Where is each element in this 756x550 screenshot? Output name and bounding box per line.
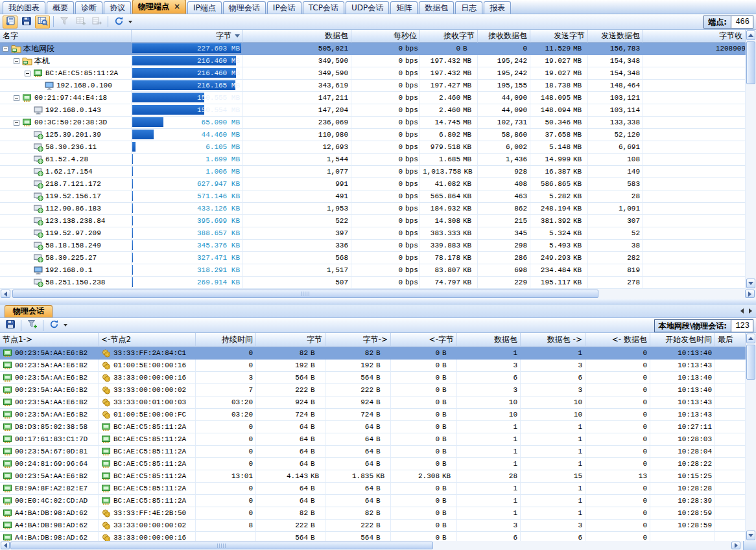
endpoint-row[interactable]: 本地网段227.693 MB505,0210bps0B011.529MB156,… <box>0 43 746 55</box>
scroll-thumb[interactable] <box>746 41 755 84</box>
tab-日志[interactable]: 日志 <box>455 1 482 14</box>
tab-矩阵[interactable]: 矩阵 <box>390 1 418 14</box>
close-tab-icon[interactable]: × <box>174 2 180 11</box>
scroll-down-button[interactable] <box>746 279 755 288</box>
endpoint-row[interactable]: 123.138.238.84395.699 KB5220bps14.308KB2… <box>0 215 746 227</box>
tree-collapse-button[interactable] <box>14 58 19 64</box>
session-row[interactable]: 00:23:5A:AA:E6:B233:33:00:00:00:027222B2… <box>0 384 746 396</box>
endpoint-row[interactable]: 58.30.225.27327.471 KB5680bps78.178KB286… <box>0 252 746 264</box>
endpoint-row[interactable]: 58.18.158.249345.376 KB3360bps339.883KB2… <box>0 240 746 252</box>
tab-诊断[interactable]: 诊断 <box>75 1 102 14</box>
column-header-持续时间[interactable]: 持续时间 <box>196 333 256 347</box>
pane-splitter[interactable] <box>0 299 756 304</box>
tab-数据包[interactable]: 数据包 <box>419 1 454 14</box>
dropdown-caret-icon[interactable] <box>64 324 67 327</box>
endpoint-row[interactable]: 192.168.0.100216.165 MB343,6190bps197.42… <box>0 80 746 92</box>
session-row[interactable]: 00:23:5A:AA:E6:B201:00:5E:00:00:FC03:207… <box>0 409 746 421</box>
column-header-数据包[interactable]: 数据包 <box>457 333 521 347</box>
endpoint-row[interactable]: BC:AE:C5:85:11:2A216.460 MB349,5900bps19… <box>0 67 746 80</box>
session-row[interactable]: 00:23:5A:AA:E6:B233:33:00:01:00:0303:209… <box>0 396 746 409</box>
column-header-每秒位[interactable]: 每秒位 <box>351 30 420 43</box>
sessions-horizontal-scrollbar[interactable] <box>0 541 756 550</box>
column-header-接收数据包[interactable]: 接收数据包 <box>478 30 530 43</box>
column-header-<-字节[interactable]: <-字节 <box>391 333 457 347</box>
session-row[interactable]: 00:23:5A:67:0D:81BC:AE:C5:85:11:2A064B64… <box>0 446 746 458</box>
export-book-button[interactable] <box>3 16 18 29</box>
session-row[interactable]: 00:17:61:83:C1:7DBC:AE:C5:85:11:2A064B64… <box>0 433 746 446</box>
session-row[interactable]: 00:23:5A:AA:E6:B233:33:FF:2A:84:C1082B82… <box>0 347 746 360</box>
endpoint-row[interactable]: 119.52.156.17571.146 KB4910bps565.864KB4… <box>0 190 746 203</box>
tree-collapse-button[interactable] <box>25 71 30 76</box>
refresh-button[interactable] <box>47 319 62 332</box>
endpoint-row[interactable]: 本机216.460 MB349,5900bps197.432MB195,2421… <box>0 55 746 67</box>
session-row[interactable]: 00:23:5A:AA:E6:B233:33:00:00:00:163564B5… <box>0 372 746 384</box>
endpoint-row[interactable]: 00:21:97:44:E4:18150.555 MB147,2110bps2.… <box>0 92 746 104</box>
tab-协议[interactable]: 协议 <box>104 1 131 14</box>
tab-我的图表[interactable]: 我的图表 <box>3 1 45 14</box>
tab-physical-session[interactable]: 物理会话 <box>5 305 53 317</box>
session-row[interactable]: 00:23:5A:AA:E6:B201:00:5E:00:00:160192B1… <box>0 360 746 372</box>
column-header-发送字节[interactable]: 发送字节 <box>530 30 588 43</box>
column-header-节点1->[interactable]: 节点1-> <box>0 333 99 347</box>
tab-TCP会话[interactable]: TCP会话 <box>303 1 344 14</box>
session-row[interactable]: 00:24:81:69:96:64BC:AE:C5:85:11:2A064B64… <box>0 458 746 470</box>
endpoint-row[interactable]: 1.62.17.1541.006 MB1,0770bps1,013.758KB9… <box>0 166 746 178</box>
endpoint-row[interactable]: 119.52.97.209388.657 KB3970bps383.333KB3… <box>0 227 746 240</box>
scroll-down-button[interactable] <box>746 531 755 540</box>
scroll-up-button[interactable] <box>746 30 755 40</box>
tab-物理会话[interactable]: 物理会话 <box>223 1 266 14</box>
column-header-字节收[interactable]: 字节收 <box>643 30 746 43</box>
scroll-left-button[interactable] <box>1 290 10 298</box>
endpoint-row[interactable]: 61.52.4.281.699 MB1,5440bps1.685MB1,4361… <box>0 154 746 166</box>
scroll-thumb[interactable] <box>746 345 755 380</box>
column-header-最后[interactable]: 最后 <box>715 333 746 347</box>
column-header-<-节点2[interactable]: <-节点2 <box>99 333 196 347</box>
session-row[interactable]: D8:D3:85:02:38:58BC:AE:C5:85:11:2A064B64… <box>0 421 746 433</box>
session-row[interactable]: 00:E0:4C:02:CD:ADBC:AE:C5:85:11:2A064B64… <box>0 495 746 507</box>
pager-right-icon[interactable] <box>749 308 752 314</box>
scroll-up-button[interactable] <box>746 334 755 343</box>
save-button[interactable] <box>3 319 18 332</box>
endpoint-row[interactable]: 125.39.201.3944.460 MB110,9800bps6.802MB… <box>0 129 746 141</box>
pager-left-icon[interactable] <box>740 308 744 314</box>
tab-报表[interactable]: 报表 <box>484 1 511 14</box>
column-header-字节->[interactable]: 字节-> <box>325 333 391 347</box>
refresh-button[interactable] <box>112 16 126 29</box>
detail-grid-button[interactable] <box>35 16 50 29</box>
session-row[interactable]: A4:BA:DB:98:AD:6233:33:00:00:00:028222B2… <box>0 520 746 532</box>
endpoint-row[interactable]: 192.168.0.143150.554 MB147,2040bps2.460M… <box>0 104 746 117</box>
tree-collapse-button[interactable] <box>3 46 8 52</box>
tab-UDP会话[interactable]: UDP会话 <box>346 1 389 14</box>
tree-collapse-button[interactable] <box>14 120 19 126</box>
column-header-<- 数据包[interactable]: <- 数据包 <box>585 333 650 347</box>
session-row[interactable]: 00:23:5A:AA:E6:B2BC:AE:C5:85:11:2A13:014… <box>0 470 746 483</box>
endpoint-row[interactable]: 192.168.0.1318.291 KB1,5170bps83.807KB69… <box>0 264 746 277</box>
tab-物理端点[interactable]: 物理端点× <box>132 0 186 14</box>
tab-IP会话[interactable]: IP会话 <box>267 1 301 14</box>
endpoints-horizontal-scrollbar[interactable] <box>0 289 756 299</box>
scroll-thumb[interactable] <box>10 542 433 549</box>
sessions-vertical-scrollbar[interactable] <box>746 333 756 541</box>
column-header-接收字节[interactable]: 接收字节 <box>420 30 478 43</box>
scroll-thumb[interactable] <box>12 290 598 298</box>
endpoint-row[interactable]: 00:3C:50:20:38:3D65.090 MB236,0690bps14.… <box>0 117 746 129</box>
column-header-发送数据包[interactable]: 发送数据包 <box>588 30 643 43</box>
endpoint-row[interactable]: 58.30.236.116.105 MB12,6930bps979.518KB6… <box>0 141 746 154</box>
tab-概要[interactable]: 概要 <box>47 1 74 14</box>
tree-collapse-button[interactable] <box>14 95 19 101</box>
scroll-right-button[interactable] <box>731 542 740 549</box>
column-header-字节[interactable]: 字节 <box>132 30 243 43</box>
column-header-开始发包时间[interactable]: 开始发包时间 <box>650 333 715 347</box>
endpoint-row[interactable]: 58.251.150.238269.914 KB5070bps74.797KB2… <box>0 277 746 289</box>
column-header-数据包[interactable]: 数据包 <box>243 30 351 43</box>
endpoint-row[interactable]: 218.7.121.172627.947 KB9910bps41.082KB40… <box>0 178 746 190</box>
column-header-名字[interactable]: 名字 <box>0 30 132 43</box>
session-row[interactable]: A4:BA:DB:98:AD:6233:33:00:00:00:16564B56… <box>0 532 746 541</box>
tab-IP端点[interactable]: IP端点 <box>187 1 222 14</box>
column-header-数据包 ->[interactable]: 数据包 -> <box>521 333 585 347</box>
save-button[interactable] <box>19 16 34 29</box>
session-row[interactable]: E8:9A:8F:A2:82:E7BC:AE:C5:85:11:2A064B64… <box>0 483 746 495</box>
dropdown-caret-icon[interactable] <box>128 21 132 23</box>
scroll-left-button[interactable] <box>1 542 10 549</box>
scroll-right-button[interactable] <box>745 290 755 298</box>
